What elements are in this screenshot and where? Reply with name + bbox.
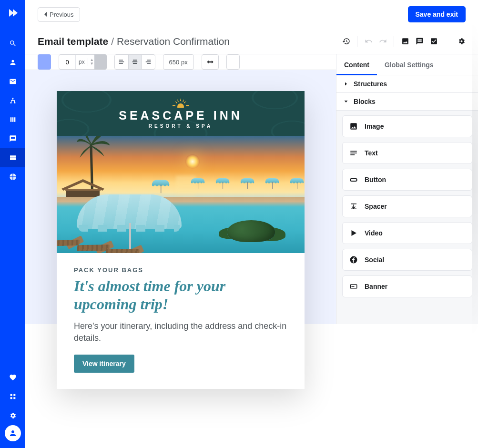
block-label: Image (365, 122, 384, 130)
heart-icon (9, 374, 17, 381)
block-video[interactable]: Video (342, 222, 472, 244)
comment-icon (416, 37, 424, 45)
headline: It's almost time for your upcoming trip! (74, 277, 287, 314)
body-text: Here's your itinerary, including the add… (74, 320, 287, 344)
gear-icon (9, 412, 17, 419)
columns-icon (9, 116, 17, 123)
panel-tabs: Content Global Settings (336, 54, 478, 75)
kicker: PACK YOUR BAGS (74, 266, 287, 274)
right-panel: Content Global Settings Structures Block… (336, 54, 478, 324)
user-avatar[interactable] (5, 425, 21, 441)
align-right-button[interactable] (142, 55, 155, 69)
extra-option[interactable] (226, 54, 240, 70)
text-icon (349, 149, 358, 157)
image-icon (349, 122, 358, 131)
previous-label: Previous (50, 11, 74, 18)
check-box-icon (430, 37, 438, 45)
block-label: Social (365, 256, 384, 264)
align-center-icon (132, 59, 138, 65)
chat-icon (9, 135, 17, 143)
brand-logo[interactable] (0, 0, 25, 25)
workspace: px ▲▼ 650 px (25, 54, 478, 324)
nav-reports[interactable] (0, 167, 25, 186)
person-icon (9, 59, 17, 66)
view-itinerary-button[interactable]: View itinerary (74, 355, 134, 373)
align-left-button[interactable] (115, 55, 128, 69)
breadcrumb-separator: / (111, 36, 114, 47)
redo-button[interactable] (378, 37, 387, 46)
width-display[interactable]: 650 px (163, 54, 194, 70)
history-icon (342, 37, 350, 45)
undo-button[interactable] (364, 37, 373, 46)
comments-button[interactable] (415, 37, 424, 46)
search-icon (9, 40, 17, 47)
sliders-icon (9, 393, 17, 400)
nav-automations[interactable] (0, 91, 25, 110)
person-icon (9, 429, 17, 438)
responsive-toggle[interactable] (202, 54, 219, 70)
format-toolbar: px ▲▼ 650 px (25, 54, 336, 70)
nav-search[interactable] (0, 34, 25, 53)
section-title: Email template (38, 36, 108, 47)
breadcrumb: Email template / Reservation Confirmatio… (38, 36, 230, 47)
image-settings-button[interactable] (401, 37, 409, 46)
pie-chart-icon (9, 173, 17, 181)
nav-deals[interactable] (0, 110, 25, 129)
nav-site[interactable] (0, 148, 25, 167)
image-icon (401, 37, 409, 45)
redo-icon (379, 37, 387, 45)
settings-button[interactable] (457, 37, 466, 46)
brand-subtitle: RESORT & SPA (149, 123, 213, 129)
block-text[interactable]: Text (342, 142, 472, 164)
nav-conversations[interactable] (0, 129, 25, 148)
social-icon (349, 255, 358, 264)
svg-point-0 (177, 103, 184, 108)
history-button[interactable] (342, 37, 350, 46)
block-button[interactable]: Button (342, 169, 472, 191)
title-bar: Email template / Reservation Confirmatio… (25, 29, 478, 54)
email-body: PACK YOUR BAGS It's almost time for your… (57, 253, 305, 389)
section-blocks[interactable]: Blocks (336, 93, 478, 111)
blocks-list: Image Text Button Spacer Video (336, 111, 478, 324)
block-image[interactable]: Image (342, 115, 472, 137)
block-social[interactable]: Social (342, 249, 472, 271)
tab-global-settings[interactable]: Global Settings (377, 54, 441, 75)
email-preview: SEASCAPE INN RESORT & SPA (57, 91, 305, 389)
nav-contacts[interactable] (0, 53, 25, 72)
align-group (114, 54, 155, 70)
padding-unit: px (75, 55, 88, 69)
section-structures[interactable]: Structures (336, 75, 478, 93)
padding-sides-toggle[interactable] (94, 54, 107, 70)
block-spacer[interactable]: Spacer (342, 195, 472, 217)
nav-campaigns[interactable] (0, 72, 25, 91)
save-and-exit-button[interactable]: Save and exit (408, 6, 466, 22)
undo-icon (365, 37, 373, 45)
chevron-right-icon (343, 81, 349, 87)
previous-button[interactable]: Previous (38, 7, 80, 22)
checklist-button[interactable] (429, 37, 438, 46)
nav-apps[interactable] (0, 387, 25, 406)
button-icon (349, 175, 358, 184)
block-label: Spacer (365, 203, 387, 210)
align-left-icon (118, 59, 125, 65)
block-label: Video (365, 229, 383, 237)
padding-value[interactable] (59, 59, 75, 66)
brand-title: SEASCAPE INN (119, 109, 243, 122)
padding-input[interactable]: px ▲▼ (59, 54, 96, 70)
tab-content[interactable]: Content (336, 54, 377, 75)
caret-left-icon (44, 12, 48, 17)
sun-logo-icon (172, 98, 189, 108)
nav-settings[interactable] (0, 406, 25, 425)
block-label: Button (365, 176, 386, 183)
block-banner[interactable]: Banner (342, 275, 472, 297)
canvas-scroll[interactable]: SEASCAPE INN RESORT & SPA (25, 70, 336, 389)
chevron-down-icon (343, 99, 349, 104)
top-bar: Previous Save and exit (25, 0, 478, 29)
template-name: Reservation Confirmation (117, 36, 230, 47)
arrows-horizontal-icon (206, 59, 214, 65)
block-label: Text (365, 149, 378, 157)
background-color-swatch[interactable] (38, 54, 51, 70)
video-icon (349, 229, 358, 237)
nav-favorites[interactable] (0, 368, 25, 387)
align-center-button[interactable] (128, 55, 142, 69)
